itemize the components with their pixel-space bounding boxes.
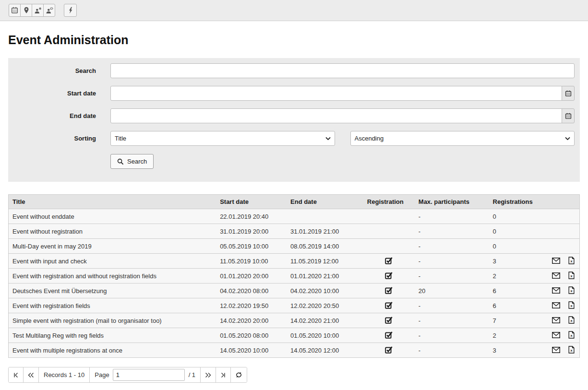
table-row[interactable]: Event with registration fields 12.02.202… [9,298,580,313]
calendar-toolbar-button[interactable] [9,4,21,17]
col-header-registrations: Registrations [489,195,547,209]
user-comment-toolbar-button[interactable] [43,4,55,17]
sort-field-select[interactable]: Title [110,131,335,146]
calendar-icon [565,90,572,97]
cell-registration [363,313,415,328]
table-row[interactable]: Event with registration and without regi… [9,269,580,284]
excel-export-icon[interactable]: x [568,316,575,324]
table-row[interactable]: Deutsches Event mit Übersetzung 04.02.20… [9,284,580,298]
cell-max-participants: - [415,209,489,224]
col-header-actions [546,195,579,209]
user-gear-toolbar-button[interactable] [32,4,44,17]
cell-actions: x [546,269,579,284]
excel-export-icon[interactable]: x [568,331,575,339]
table-row[interactable]: Multi-Day event in may 2019 05.05.2019 1… [9,239,580,254]
mail-icon[interactable] [552,272,560,279]
cell-end-date: 14.05.2020 12:00 [287,343,363,358]
excel-export-icon[interactable]: x [568,301,575,309]
cell-end-date: 04.02.2020 10:00 [287,284,363,298]
end-date-input[interactable] [110,108,562,123]
mail-icon[interactable] [552,347,560,353]
mail-icon[interactable] [552,302,560,308]
filter-panel: Search Start date End date [8,58,580,182]
table-row[interactable]: Event without enddate 22.01.2019 20:40 -… [9,209,580,224]
col-header-max-participants: Max. participants [415,195,489,209]
row-actions: x [552,346,575,354]
refresh-icon [235,371,242,378]
cell-end-date: 01.01.2020 21:00 [287,269,363,284]
table-row[interactable]: Simple event with registration (mail to … [9,313,580,328]
registration-checked-icon [385,331,393,339]
registration-checked-icon [385,301,393,309]
cell-actions: x [546,284,579,298]
next-page-icon [205,372,211,378]
calendar-icon [11,7,18,14]
cell-title: Event with registration fields [9,298,216,313]
cell-registration [363,343,415,358]
registration-checked-icon [385,346,393,354]
svg-text:x: x [570,333,573,338]
table-row[interactable]: Event without registration 31.01.2019 20… [9,224,580,239]
page-label: Page [95,371,109,378]
toolbar-button-group [9,4,55,17]
start-date-input[interactable] [110,86,562,101]
mail-icon[interactable] [552,317,560,323]
events-table: Title Start date End date Registration M… [8,194,580,358]
start-date-picker-button[interactable] [562,86,575,101]
cell-start-date: 31.01.2019 20:00 [216,224,287,239]
cell-registrations: 0 [489,224,547,239]
page-number-input[interactable] [113,369,185,381]
excel-export-icon[interactable]: x [568,346,575,354]
table-row[interactable]: Event with input and check 11.05.2019 10… [9,254,580,269]
cell-max-participants: - [415,239,489,254]
svg-text:x: x [570,289,573,293]
lightning-icon [68,7,73,14]
cell-max-participants: - [415,269,489,284]
svg-text:x: x [570,319,573,323]
table-header-row: Title Start date End date Registration M… [9,195,580,209]
next-page-button[interactable] [201,367,216,382]
cell-registrations: 6 [489,284,547,298]
row-actions: x [552,286,575,294]
cell-title: Multi-Day event in may 2019 [9,239,216,254]
mail-icon[interactable] [552,258,560,264]
search-button[interactable]: Search [110,154,154,169]
cell-start-date: 04.02.2020 08:00 [216,284,287,298]
cell-actions [546,224,579,239]
cell-end-date: 14.02.2020 21:00 [287,313,363,328]
cell-registration [363,224,415,239]
cell-registration [363,209,415,224]
cell-start-date: 01.05.2020 08:00 [216,328,287,343]
lightning-toolbar-button[interactable] [64,4,77,17]
sort-direction-select[interactable]: Ascending [350,131,575,146]
cell-registrations: 2 [489,269,547,284]
refresh-button[interactable] [231,367,247,382]
cell-registration [363,239,415,254]
search-icon [117,158,124,165]
previous-page-button[interactable] [24,367,39,382]
cell-start-date: 11.05.2019 10:00 [216,254,287,269]
col-header-start-date: Start date [216,195,287,209]
end-date-picker-button[interactable] [562,108,575,123]
search-input[interactable] [110,63,575,78]
col-header-title: Title [9,195,216,209]
cell-actions: x [546,328,579,343]
excel-export-icon[interactable]: x [568,272,575,279]
first-page-icon [13,372,19,378]
mail-icon[interactable] [552,332,560,338]
cell-registrations: 0 [489,239,547,254]
location-toolbar-button[interactable] [20,4,32,17]
first-page-button[interactable] [9,367,24,382]
table-row[interactable]: Test Multilang Reg with reg fields 01.05… [9,328,580,343]
excel-export-icon[interactable]: x [568,286,575,294]
cell-actions [546,239,579,254]
excel-export-icon[interactable]: x [568,257,575,264]
mail-icon[interactable] [552,287,560,294]
row-actions: x [552,257,575,264]
svg-text:x: x [570,259,573,263]
cell-actions: x [546,254,579,269]
last-page-button[interactable] [216,367,231,382]
cell-max-participants: - [415,313,489,328]
cell-registration [363,254,415,269]
table-row[interactable]: Event with multiple registrations at onc… [9,343,580,358]
